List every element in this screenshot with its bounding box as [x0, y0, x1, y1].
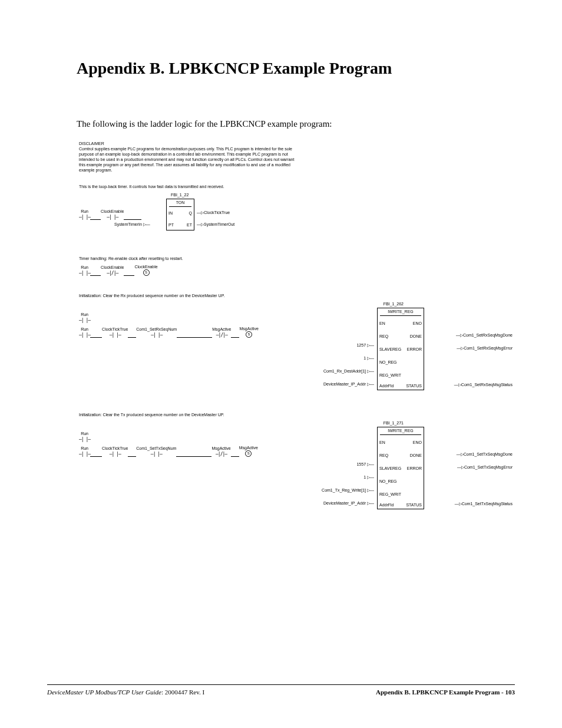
rx-var-addr: Com1_Rx_DestAddr[1] ▷—: [323, 369, 374, 374]
tx-out-done: —▷Com1_SetTxSeqMsgDone: [457, 452, 513, 457]
pin-pt: PT: [168, 223, 174, 228]
footer-left-title: DeviceMaster UP Modbus/TCP User Guide: [47, 689, 161, 696]
contact-clockenable: ClockEnable—| |—: [101, 209, 124, 220]
reset-rung: Timer handling: Re-enable clock after re…: [79, 256, 513, 276]
q-out: —▷ClockTickTrue: [197, 210, 230, 215]
rx-out-done: —▷Com1_SetRxSeqMsgDone: [456, 333, 513, 338]
disclaimer-body: Comtrol supplies example PLC programs fo…: [79, 146, 297, 173]
tx-pin-eno: ENO: [413, 440, 422, 445]
tx-setnum: Com1_SetTxSeqNum—| |—: [136, 446, 176, 457]
rx-out-error: —▷Com1_SetRxSeqMsgError: [457, 346, 513, 351]
tx-pin-slavereg: SLAVEREG: [379, 466, 401, 471]
rx-lit-1: 1 ▷—: [363, 356, 374, 361]
timer-rung-desc: This is the loop-back timer. It controls…: [79, 185, 513, 189]
rx-pin-done: DONE: [410, 334, 422, 339]
rx-pin-regwrit: REG_WRIT: [379, 373, 401, 378]
rx-msgactive-coil: MsgActive S: [239, 327, 258, 338]
pt-input-var: SystemTimerIn ▷—: [114, 222, 150, 227]
tx-pin-req: REQ: [379, 453, 388, 458]
et-out: —▷SystemTimerOut: [197, 222, 234, 227]
page-title: Appendix B. LPBKCNCP Example Program: [77, 59, 515, 78]
tx-top-run: Run—| |—: [79, 431, 90, 442]
rx-msgactive-neg: MsgActive—|/|—: [212, 327, 231, 338]
rx-pin-en: EN: [379, 321, 385, 326]
rx-clocktick: ClockTickTrue—| |—: [102, 327, 128, 338]
tx-iwrite-block: IWRITE_REG EN ENO REQ DONE SLAVEREG ERRO…: [377, 427, 424, 509]
rx-init-rung: Initialization: Clear the Rx produced se…: [79, 294, 513, 402]
rx-run: Run—| |—: [79, 327, 90, 338]
rx-pin-eno: ENO: [413, 321, 422, 326]
tx-msgactive-neg: MsgActive—|/|—: [211, 446, 230, 457]
pin-q: Q: [189, 211, 192, 216]
rx-lit-1257: 1257 ▷—: [356, 343, 374, 348]
tx-var-ip: DeviceMaster_IP_Addr ▷—: [323, 501, 374, 506]
rx-top-run: Run—| |—: [79, 312, 90, 323]
rx-setnum: Com1_SetRxSeqNum—| |—: [136, 327, 177, 338]
rx-var-ip: DeviceMaster_IP_Addr ▷—: [323, 382, 374, 387]
rx-pin-noreg: NO_REG: [379, 360, 397, 365]
tx-out-status: —▷Com1_SetTxSeqMsgStatus: [455, 502, 513, 506]
tx-init-rung: Initialization: Clear the Tx produced se…: [79, 413, 513, 521]
contact-run: Run—| |—: [79, 209, 90, 220]
tx-pin-error: ERROR: [407, 466, 422, 471]
tx-pin-noreg: NO_REG: [379, 479, 397, 484]
rx-pin-error: ERROR: [407, 347, 422, 352]
ladder-diagram: DISCLAIMER Comtrol supplies example PLC …: [77, 137, 515, 535]
tx-pin-regwrit: REG_WRIT: [379, 492, 401, 497]
contact-clockenable-neg: ClockEnable—|/|—: [101, 265, 124, 276]
intro-text: The following is the ladder logic for th…: [77, 119, 515, 129]
tx-var-reg: Com1_Tx_Reg_Write[1] ▷—: [322, 488, 374, 493]
pin-et: ET: [187, 223, 192, 228]
tx-run: Run—| |—: [79, 446, 90, 457]
disclaimer-heading: DISCLAIMER: [79, 141, 297, 146]
ton-title: TON: [169, 200, 191, 207]
tx-clocktick: ClockTickTrue—| |—: [102, 446, 128, 457]
rx-pin-addrfld: AddrFld: [379, 384, 394, 388]
rx-iwrite-block: IWRITE_REG EN ENO REQ DONE SLAVEREG ERRO…: [377, 308, 424, 390]
footer-left-rev: : 2000447 Rev. I: [161, 689, 204, 696]
rx-pin-req: REQ: [379, 334, 388, 339]
rx-out-status: —▷Com1_SetRxSeqMsgStatus: [454, 383, 513, 387]
rx-init-desc: Initialization: Clear the Rx produced se…: [79, 294, 513, 298]
tx-lit-1557: 1557 ▷—: [356, 462, 374, 467]
tx-pin-done: DONE: [410, 453, 422, 458]
tx-pin-status: STATUS: [406, 503, 422, 508]
contact-run2: Run—| |—: [79, 265, 90, 276]
reset-rung-desc: Timer handling: Re-enable clock after re…: [79, 256, 513, 261]
disclaimer-block: DISCLAIMER Comtrol supplies example PLC …: [79, 141, 297, 173]
tx-pin-en: EN: [379, 440, 385, 445]
page-footer: DeviceMaster UP Modbus/TCP User Guide: 2…: [47, 684, 515, 696]
fbi-label: FBI_1_22: [171, 193, 189, 197]
timer-rung: This is the loop-back timer. It controls…: [79, 185, 513, 246]
pin-in: IN: [168, 211, 173, 216]
tx-fbtype: IWRITE_REG: [380, 429, 421, 435]
coil-clockenable: ClockEnable S: [134, 265, 157, 276]
tx-lit-1: 1 ▷—: [363, 475, 374, 480]
rx-pin-slavereg: SLAVEREG: [379, 347, 401, 352]
tx-msgactive-coil: MsgActive S: [239, 446, 258, 457]
rx-fbtype: IWRITE_REG: [380, 309, 421, 316]
ton-block: TON IN Q PT ET: [166, 199, 194, 230]
tx-out-error: —▷Com1_SetTxSeqMsgError: [457, 465, 513, 470]
rx-pin-status: STATUS: [406, 384, 422, 388]
footer-right: Appendix B. LPBKCNCP Example Program - 1…: [376, 689, 515, 696]
tx-pin-addrfld: AddrFld: [379, 503, 394, 508]
tx-fbi: FBI_1_271: [384, 421, 404, 426]
tx-init-desc: Initialization: Clear the Tx produced se…: [79, 413, 513, 417]
rx-fbi: FBI_1_262: [384, 302, 404, 307]
